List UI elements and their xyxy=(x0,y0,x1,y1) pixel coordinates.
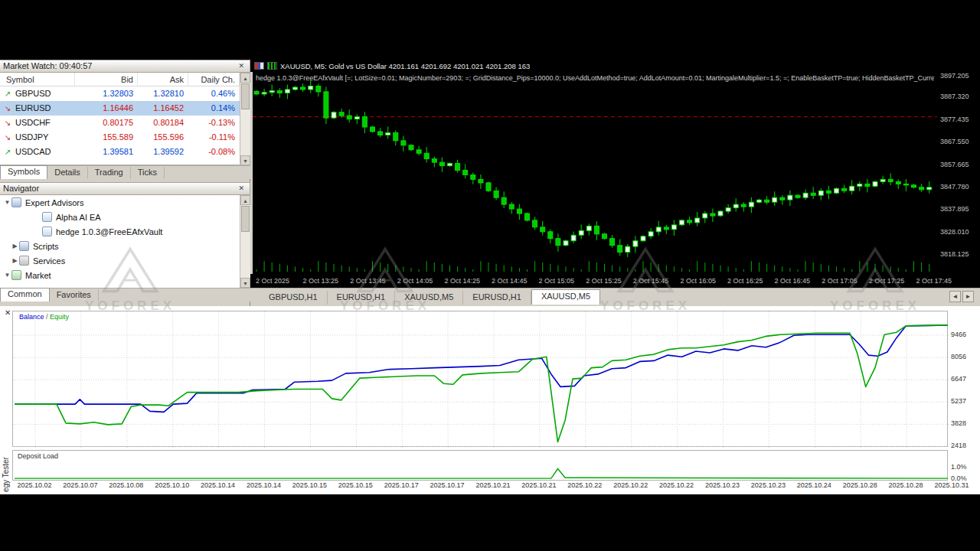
scroll-down-icon[interactable]: ▼ xyxy=(240,155,250,165)
legend-balance: Balance xyxy=(19,313,44,321)
market-watch-row-usdcad[interactable]: ↗USDCAD1.395811.39592-0.08% xyxy=(0,145,240,159)
down-arrow-icon: ↘ xyxy=(0,130,15,145)
tab-trading[interactable]: Trading xyxy=(88,167,131,179)
caret-down-icon[interactable]: ▼ xyxy=(3,272,11,279)
daily-change-value: -0.13% xyxy=(188,116,240,130)
daily-change-value: -0.11% xyxy=(188,130,240,145)
symbol-name: EURUSD xyxy=(15,101,75,116)
tester-x-label: 2025.10.17 xyxy=(378,481,424,489)
strategy-tester-panel: ✕ egy Tester Balance / Equity Deposit Lo… xyxy=(0,306,980,494)
time-axis-label: 2 Oct 14:25 xyxy=(444,277,480,285)
price-axis-label: 3828.010 xyxy=(940,228,969,236)
caret-right-icon[interactable]: ▶ xyxy=(11,243,19,249)
deposit-y-label: 1.0% xyxy=(951,463,967,471)
time-axis-label: 2 Oct 15:05 xyxy=(539,277,575,285)
navigator-item-expert-advisors[interactable]: ▼Expert Advisors xyxy=(0,195,240,210)
navigator-item-market[interactable]: ▼Market xyxy=(0,268,240,282)
caret-right-icon[interactable]: ▶ xyxy=(11,257,19,264)
balance-equity-plot[interactable] xyxy=(13,311,947,451)
tester-x-label: 2025.10.17 xyxy=(424,481,470,489)
time-axis-label: 2 Oct 13:45 xyxy=(350,277,386,285)
tester-x-label: 2025.10.21 xyxy=(470,481,516,489)
market-watch-row-gbpusd[interactable]: ↗GBPUSD1.328031.328100.46% xyxy=(0,86,240,101)
price-axis-label: 3847.780 xyxy=(940,183,969,191)
scroll-down-icon[interactable]: ▼ xyxy=(240,278,250,288)
navigator-item-label: Services xyxy=(33,256,65,266)
tab-scroll-left-icon[interactable]: ◄ xyxy=(949,291,961,302)
tester-x-label: 2025.10.14 xyxy=(241,481,287,489)
time-axis[interactable]: 2 Oct 20252 Oct 13:252 Oct 13:452 Oct 14… xyxy=(250,274,980,288)
tab-symbols[interactable]: Symbols xyxy=(0,165,47,179)
time-axis-label: 2 Oct 15:45 xyxy=(633,277,669,285)
deposit-y-label: 0.0% xyxy=(951,474,967,482)
column-symbol[interactable]: Symbol xyxy=(0,73,75,86)
tab-ticks[interactable]: Ticks xyxy=(131,167,165,179)
candle-plot[interactable] xyxy=(253,72,937,277)
time-axis-label: 2 Oct 16:45 xyxy=(775,277,811,285)
close-icon[interactable]: ✕ xyxy=(5,308,11,317)
market-watch-row-usdchf[interactable]: ↘USDCHF0.801750.80184-0.13% xyxy=(0,116,240,130)
scrollbar-thumb[interactable] xyxy=(241,206,250,232)
column-ask[interactable]: Ask xyxy=(138,73,188,86)
tester-x-label: 2025.10.08 xyxy=(103,481,149,489)
tab-details[interactable]: Details xyxy=(47,167,88,179)
down-arrow-icon: ↘ xyxy=(0,101,15,116)
symbol-name: USDCAD xyxy=(15,145,75,159)
up-arrow-icon: ↗ xyxy=(0,86,15,101)
column-bid[interactable]: Bid xyxy=(75,73,138,86)
navigator-item-scripts[interactable]: ▶Scripts xyxy=(0,239,240,253)
price-axis-label: 3897.205 xyxy=(940,72,969,80)
chart-tab-eurusd-h1[interactable]: EURUSD,H1 xyxy=(328,291,396,305)
navigator-item-alpha-ai-ea[interactable]: Alpha AI EA xyxy=(0,210,240,224)
mt-chart-icon xyxy=(254,62,264,70)
chart-tab-gbpusd-h1[interactable]: GBPUSD,H1 xyxy=(260,291,328,305)
tester-x-label: 2025.10.22 xyxy=(608,481,654,489)
price-axis-label: 3818.125 xyxy=(940,250,969,258)
tester-y-label: 2418 xyxy=(951,442,966,449)
tester-y-label: 5237 xyxy=(951,397,966,405)
caret-down-icon[interactable]: ▼ xyxy=(3,199,11,206)
market-watch-scrollbar[interactable]: ▲ ▼ xyxy=(240,73,250,165)
time-axis-label: 2 Oct 17:05 xyxy=(822,277,858,285)
down-arrow-icon: ↘ xyxy=(0,116,15,130)
tester-x-label: 2025.10.28 xyxy=(837,481,883,489)
deposit-load-plot[interactable] xyxy=(13,451,947,484)
navigator-item-label: Scripts xyxy=(33,242,59,251)
ask-value: 1.32810 xyxy=(138,86,188,101)
chart-tab-xauusd-m5[interactable]: XAUUSD,M5 xyxy=(395,291,463,305)
navigator-header: Navigator ✕ xyxy=(0,182,250,195)
price-chart-area[interactable] xyxy=(253,72,937,274)
market-watch-row-usdjpy[interactable]: ↘USDJPY155.589155.596-0.11% xyxy=(0,130,240,145)
market-watch-row-eurusd[interactable]: ↘EURUSD1.164461.164520.14% xyxy=(0,101,240,116)
tab-favorites[interactable]: Favorites xyxy=(50,289,99,302)
price-axis[interactable]: 3897.2053887.3203877.4353867.5503857.665… xyxy=(937,72,980,274)
ask-value: 1.39592 xyxy=(138,145,188,159)
close-icon[interactable]: ✕ xyxy=(236,183,247,194)
navigator-item-hedge-1-0-3-freeeafxvault[interactable]: hedge 1.0.3@FreeEAfxVault xyxy=(0,224,240,239)
bid-value: 1.39581 xyxy=(75,145,138,159)
column-daily-change[interactable]: Daily Ch. xyxy=(188,73,240,86)
time-axis-label: 2 Oct 14:45 xyxy=(492,277,528,285)
ea-icon xyxy=(42,227,52,236)
navigator-item-services[interactable]: ▶Services xyxy=(0,253,240,268)
scrollbar-thumb[interactable] xyxy=(241,83,250,109)
tester-y-label: 6647 xyxy=(951,375,966,383)
daily-change-value: -0.08% xyxy=(188,145,240,159)
symbol-name: USDCHF xyxy=(15,116,75,130)
chart-tab-eurusd-h1[interactable]: EURUSD,H1 xyxy=(463,291,531,305)
navigator-scrollbar[interactable]: ▲ ▼ xyxy=(240,195,250,288)
navigator-item-label: Market xyxy=(25,271,51,280)
chart-tab-xauusd-m5[interactable]: XAUUSD,M5 xyxy=(531,289,600,305)
market-watch-tabs: SymbolsDetailsTradingTicks xyxy=(0,165,250,179)
tab-common[interactable]: Common xyxy=(0,288,50,302)
scroll-up-icon[interactable]: ▲ xyxy=(240,195,250,205)
market-watch-panel: Symbol Bid Ask Daily Ch. ↗GBPUSD1.328031… xyxy=(0,73,240,165)
scroll-up-icon[interactable]: ▲ xyxy=(240,73,250,83)
balance-equity-chart-box[interactable]: Balance / Equity xyxy=(12,311,948,447)
mt5-window: Market Watch: 09:40:57 ✕ Symbol Bid Ask … xyxy=(0,0,980,551)
up-arrow-icon: ↗ xyxy=(0,145,15,159)
chart-tab-scroll: ◄ ► xyxy=(949,291,974,302)
close-icon[interactable]: ✕ xyxy=(236,60,247,72)
tab-scroll-right-icon[interactable]: ► xyxy=(962,291,974,302)
deposit-load-chart-box[interactable]: Deposit Load xyxy=(12,450,948,481)
